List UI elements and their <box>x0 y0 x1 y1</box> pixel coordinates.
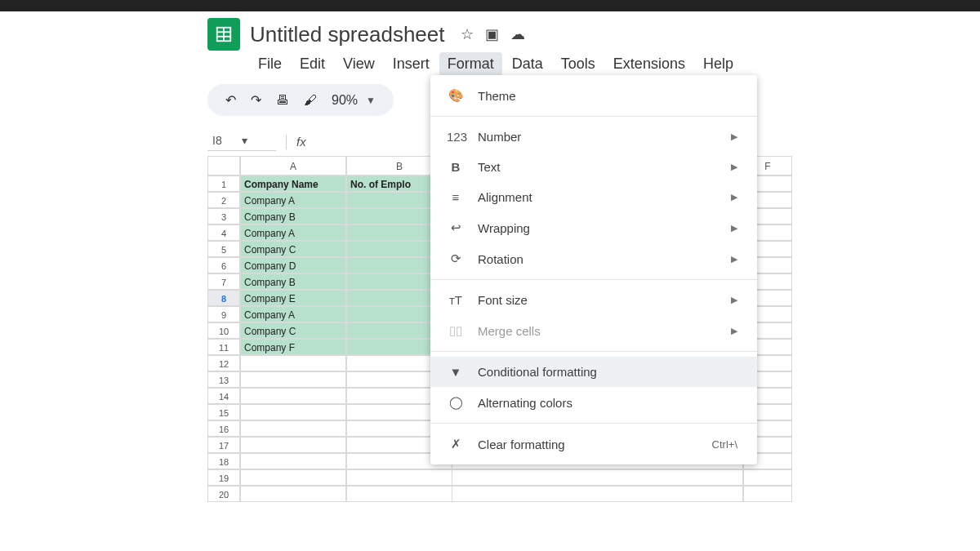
menu-data[interactable]: Data <box>504 52 551 76</box>
row-header[interactable]: 19 <box>207 469 240 486</box>
menu-insert[interactable]: Insert <box>385 52 438 76</box>
menu-item-rotation[interactable]: ⟳ Rotation ▶ <box>430 243 757 274</box>
menu-help[interactable]: Help <box>695 52 742 76</box>
row-header[interactable]: 6 <box>207 257 240 273</box>
clear-format-icon: ✗ <box>447 437 465 451</box>
move-icon[interactable]: ▣ <box>485 25 499 43</box>
merge-icon: ▯▯ <box>447 323 465 338</box>
name-box[interactable]: I8 ▾ <box>207 132 276 151</box>
chevron-right-icon: ▶ <box>731 192 737 202</box>
format-menu: 🎨 Theme 123 Number ▶ B Text ▶ ≡ Alignmen… <box>430 75 757 464</box>
doc-title-icons: ☆ ▣ ☁ <box>461 25 525 43</box>
cell[interactable] <box>346 469 452 486</box>
cell[interactable] <box>240 469 346 486</box>
menu-item-label: Text <box>478 160 718 174</box>
row-header[interactable]: 14 <box>207 388 240 404</box>
cell[interactable]: Company A <box>240 192 346 208</box>
row-header[interactable]: 12 <box>207 355 240 371</box>
cell[interactable] <box>240 371 346 388</box>
row-header[interactable]: 17 <box>207 437 240 453</box>
paint-format-icon[interactable]: 🖌 <box>304 93 317 108</box>
row-header[interactable]: 13 <box>207 371 240 388</box>
menu-file[interactable]: File <box>250 52 290 76</box>
chevron-right-icon: ▶ <box>731 162 737 172</box>
menu-item-label: Merge cells <box>478 324 718 338</box>
zoom-select[interactable]: 90% ▼ <box>332 93 376 108</box>
cell[interactable] <box>743 486 792 502</box>
cloud-icon[interactable]: ☁ <box>510 25 525 43</box>
cell[interactable]: Company E <box>240 290 346 306</box>
rotation-icon: ⟳ <box>447 251 465 266</box>
menu-item-theme[interactable]: 🎨 Theme <box>430 80 757 111</box>
cell[interactable] <box>240 420 346 437</box>
row-header[interactable]: 16 <box>207 420 240 437</box>
redo-icon[interactable]: ↷ <box>251 92 261 108</box>
doc-title[interactable]: Untitled spreadsheet <box>250 22 444 47</box>
menu-item-label: Alternating colors <box>478 396 737 410</box>
row-header[interactable]: 5 <box>207 241 240 257</box>
bold-icon: B <box>447 160 465 174</box>
menu-item-label: Wrapping <box>478 221 718 235</box>
wrap-icon: ↩ <box>447 220 465 235</box>
menu-separator <box>430 423 757 424</box>
cell[interactable]: Company D <box>240 257 346 273</box>
star-icon[interactable]: ☆ <box>461 25 474 43</box>
cell[interactable]: Company C <box>240 322 346 339</box>
menu-item-label: Rotation <box>478 252 718 266</box>
row-header[interactable]: 2 <box>207 192 240 208</box>
cell[interactable]: Company A <box>240 306 346 322</box>
cell[interactable] <box>240 355 346 371</box>
row-header[interactable]: 9 <box>207 306 240 322</box>
menu-view[interactable]: View <box>335 52 383 76</box>
print-icon[interactable]: 🖶 <box>276 93 289 108</box>
menu-tools[interactable]: Tools <box>553 52 604 76</box>
row-header[interactable]: 8 <box>207 290 240 306</box>
cell[interactable] <box>743 469 792 486</box>
row-header[interactable]: 3 <box>207 208 240 224</box>
cell[interactable]: Company C <box>240 241 346 257</box>
menu-extensions[interactable]: Extensions <box>605 52 693 76</box>
row-header[interactable]: 18 <box>207 453 240 469</box>
undo-icon[interactable]: ↶ <box>225 92 236 108</box>
cell[interactable]: Company Name <box>240 176 346 192</box>
row-header[interactable]: 7 <box>207 273 240 290</box>
row-header[interactable]: 10 <box>207 322 240 339</box>
grid-row: 20 <box>207 486 792 502</box>
cell[interactable]: Company A <box>240 224 346 241</box>
row-header[interactable]: 1 <box>207 176 240 192</box>
cell[interactable] <box>240 437 346 453</box>
menu-format[interactable]: Format <box>439 52 502 76</box>
cell[interactable] <box>240 453 346 469</box>
menu-item-wrapping[interactable]: ↩ Wrapping ▶ <box>430 212 757 243</box>
menu-item-alignment[interactable]: ≡ Alignment ▶ <box>430 182 757 212</box>
cell[interactable]: Company B <box>240 273 346 290</box>
menu-item-text[interactable]: B Text ▶ <box>430 152 757 182</box>
select-all-corner[interactable] <box>207 156 240 176</box>
toolbar: ↶ ↷ 🖶 🖌 90% ▼ <box>207 84 394 116</box>
menu-edit[interactable]: Edit <box>292 52 333 76</box>
chevron-right-icon: ▶ <box>731 254 737 264</box>
menu-item-label: Font size <box>478 293 718 307</box>
row-header[interactable]: 4 <box>207 224 240 241</box>
menu-item-clear-formatting[interactable]: ✗ Clear formatting Ctrl+\ <box>430 429 757 460</box>
cell[interactable]: Company F <box>240 339 346 355</box>
sheets-logo[interactable] <box>207 18 240 51</box>
menu-item-shortcut: Ctrl+\ <box>712 438 737 451</box>
cell[interactable] <box>452 486 743 502</box>
col-header-A[interactable]: A <box>240 156 346 176</box>
menu-item-alternating-colors[interactable]: ◯ Alternating colors <box>430 387 757 418</box>
cell[interactable] <box>452 469 743 486</box>
row-header[interactable]: 15 <box>207 404 240 420</box>
cell[interactable]: Company B <box>240 208 346 224</box>
row-header[interactable]: 11 <box>207 339 240 355</box>
cell[interactable] <box>240 486 346 502</box>
menu-item-font-size[interactable]: тT Font size ▶ <box>430 285 757 315</box>
row-header[interactable]: 20 <box>207 486 240 502</box>
menu-item-conditional-formatting[interactable]: ▼ Conditional formatting <box>430 357 757 387</box>
cell[interactable] <box>240 404 346 420</box>
menu-item-number[interactable]: 123 Number ▶ <box>430 122 757 152</box>
number-icon: 123 <box>447 130 465 144</box>
name-box-value: I8 <box>212 134 222 147</box>
cell[interactable] <box>346 486 452 502</box>
cell[interactable] <box>240 388 346 404</box>
